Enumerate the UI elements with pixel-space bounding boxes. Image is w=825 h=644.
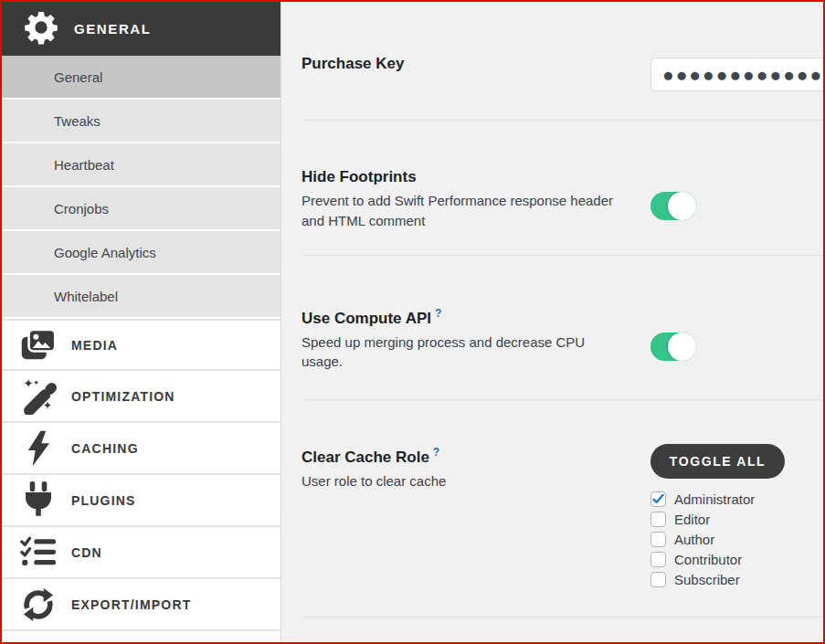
sidebar-item-label: General [54, 69, 102, 85]
checkbox-icon [650, 512, 666, 527]
sidebar-section-label: EXPORT/IMPORT [71, 597, 192, 612]
role-checkbox-editor[interactable]: Editor [650, 509, 755, 529]
sidebar-item-label: Tweaks [54, 113, 100, 129]
role-label: Contributor [674, 552, 742, 567]
settings-panel: Purchase Key ●●●●●●●●●●●● Hide Footprint… [281, 2, 823, 642]
purchase-key-input[interactable]: ●●●●●●●●●●●● [650, 58, 823, 91]
setting-label: Use Compute API [301, 310, 431, 327]
setting-title-use-compute-api: Use Compute API? [301, 307, 823, 328]
role-checkbox-subscriber[interactable]: Subscriber [650, 569, 755, 589]
sidebar-item-label: Whitelabel [54, 289, 118, 304]
checkbox-icon [650, 572, 666, 587]
setting-row-use-compute-api: Use Compute API? Speed up merging proces… [281, 256, 823, 399]
role-checkbox-administrator[interactable]: Administrator [650, 489, 755, 509]
setting-row-hide-footprints: Hide Footprints Prevent to add Swift Per… [281, 121, 823, 255]
general-submenu: General Tweaks Heartbeat Cronjobs Google… [2, 56, 280, 317]
role-label: Author [674, 532, 714, 547]
sidebar-section-general[interactable]: GENERAL [2, 2, 280, 56]
setting-description: Prevent to add Swift Performance respons… [301, 191, 623, 231]
checkbox-checked-icon [650, 491, 666, 507]
setting-row-clear-cache-role: Clear Cache Role? User role to clear cac… [281, 400, 823, 617]
help-icon[interactable]: ? [433, 446, 439, 459]
sidebar-section-export-import[interactable]: EXPORT/IMPORT [2, 579, 280, 631]
toggle-knob [668, 192, 696, 220]
divider [301, 617, 823, 618]
role-label: Subscriber [674, 572, 740, 587]
sidebar-main-sections: MEDIA OPTIMIZATION [2, 319, 280, 631]
sidebar-section-plugins[interactable]: PLUGINS [2, 475, 280, 527]
use-compute-api-toggle[interactable] [650, 333, 696, 361]
toggle-all-button[interactable]: TOGGLE ALL [650, 444, 785, 479]
hide-footprints-toggle[interactable] [650, 192, 696, 220]
sidebar-item-tweaks[interactable]: Tweaks [2, 100, 280, 142]
role-checkbox-group: Administrator Editor Author Contributor … [650, 489, 755, 589]
setting-row-purchase-key: Purchase Key ●●●●●●●●●●●● [281, 2, 823, 120]
lightning-icon [18, 430, 58, 467]
gear-icon [24, 10, 58, 48]
role-checkbox-author[interactable]: Author [650, 529, 755, 549]
checklist-icon [18, 536, 58, 568]
masked-value: ●●●●●●●●●●●● [662, 65, 823, 84]
sidebar-item-google-analytics[interactable]: Google Analytics [2, 231, 280, 273]
sidebar-item-heartbeat[interactable]: Heartbeat [2, 143, 280, 185]
sidebar-item-label: Heartbeat [54, 157, 114, 173]
wand-icon [18, 378, 58, 415]
checkbox-icon [650, 552, 666, 567]
role-label: Editor [674, 512, 710, 527]
sidebar-item-whitelabel[interactable]: Whitelabel [2, 275, 280, 317]
sidebar-item-cronjobs[interactable]: Cronjobs [2, 187, 280, 229]
role-label: Administrator [674, 491, 755, 507]
sidebar-section-cdn[interactable]: CDN [2, 527, 280, 579]
sidebar: GENERAL General Tweaks Heartbeat Cronjob… [2, 2, 281, 642]
sidebar-section-optimization[interactable]: OPTIMIZATION [2, 371, 280, 423]
sidebar-section-label: MEDIA [71, 338, 118, 353]
sync-icon [18, 587, 58, 622]
sidebar-section-label: GENERAL [74, 21, 152, 37]
toggle-knob [668, 333, 696, 361]
sidebar-section-label: OPTIMIZATION [71, 389, 175, 404]
sidebar-section-media[interactable]: MEDIA [2, 319, 280, 371]
sidebar-section-label: CACHING [71, 441, 139, 456]
sidebar-section-caching[interactable]: CACHING [2, 423, 280, 475]
sidebar-item-label: Cronjobs [54, 201, 109, 216]
role-checkbox-contributor[interactable]: Contributor [650, 549, 755, 569]
checkbox-icon [650, 532, 666, 547]
setting-label: Purchase Key [301, 55, 404, 72]
plug-icon [18, 481, 58, 519]
sidebar-section-label: CDN [71, 545, 102, 560]
sidebar-section-label: PLUGINS [71, 493, 136, 508]
help-icon[interactable]: ? [435, 307, 441, 320]
media-icon [18, 328, 58, 362]
setting-title-hide-footprints: Hide Footprints [301, 168, 823, 186]
setting-description: Speed up merging process and decrease CP… [301, 333, 623, 373]
setting-label: Hide Footprints [301, 168, 417, 185]
swift-performance-settings-window: GENERAL General Tweaks Heartbeat Cronjob… [0, 0, 825, 644]
sidebar-item-label: Google Analytics [54, 245, 156, 260]
setting-description: User role to clear cache [301, 471, 623, 491]
setting-label: Clear Cache Role [301, 449, 429, 466]
sidebar-item-general[interactable]: General [2, 56, 280, 98]
